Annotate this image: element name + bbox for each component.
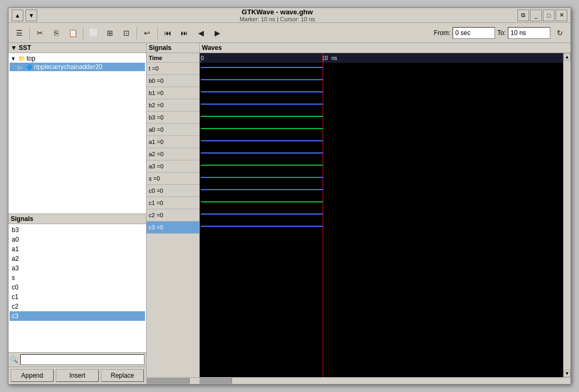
from-input[interactable] (453, 27, 495, 39)
select-all-btn[interactable]: ⬜ (86, 25, 101, 40)
time-range: From: To: ↻ (434, 25, 567, 40)
sst-section: ▼ SST ▼ 📁 top ▷ 🔷 ripplecarrychainadder2… (8, 43, 146, 214)
signals-scrollbar-thumb[interactable] (147, 378, 190, 384)
append-button[interactable]: Append (11, 369, 54, 382)
waves-scrollbar[interactable] (200, 378, 563, 384)
paste-btn[interactable]: 📋 (65, 25, 80, 40)
sep3 (137, 27, 137, 39)
tree-label-ripple: ripplecarrychainadder20 (34, 63, 103, 71)
waves-scrollbar-thumb[interactable] (200, 378, 232, 384)
signal-b3[interactable]: b3 (10, 225, 145, 235)
title-bar-center: GTKWave - wave.ghw Marker: 10 ns | Curso… (37, 8, 517, 22)
fast-forward-btn[interactable]: ⏭ (177, 25, 192, 40)
signal-a1[interactable]: a1 (10, 244, 145, 254)
copy-btn[interactable]: ⎘ (49, 25, 64, 40)
tree-item-ripple[interactable]: ▷ 🔷 ripplecarrychainadder20 (10, 63, 145, 71)
sep1 (29, 27, 30, 39)
sig-row-t[interactable]: t =0 (147, 63, 199, 75)
sst-header: ▼ SST (8, 43, 146, 53)
signal-a2[interactable]: a2 (10, 254, 145, 263)
signal-a3[interactable]: a3 (10, 263, 145, 273)
sig-row-b0[interactable]: b0 =0 (147, 75, 199, 87)
from-label: From: (434, 29, 450, 37)
title-bar-left: ▲ ▼ (12, 10, 37, 21)
window-title: GTKWave - wave.ghw (242, 8, 313, 16)
rewind-btn[interactable]: ⏮ (160, 25, 175, 40)
minimize-btn[interactable]: _ (530, 10, 542, 21)
signal-a0[interactable]: a0 (10, 235, 145, 244)
sst-tree[interactable]: ▼ 📁 top ▷ 🔷 ripplecarrychainadder20 (8, 53, 146, 214)
select-zoom-btn[interactable]: ⊡ (119, 25, 134, 40)
sig-row-a0[interactable]: a0 =0 (147, 124, 199, 136)
maximize-btn[interactable]: □ (543, 10, 555, 21)
scroll-track[interactable] (564, 61, 571, 370)
main-area: ▼ SST ▼ 📁 top ▷ 🔷 ripplecarrychainadder2… (8, 43, 571, 384)
waveform-svg: 0 10 ns (200, 53, 563, 377)
svg-text:0: 0 (201, 55, 204, 61)
sig-row-b1[interactable]: b1 =0 (147, 87, 199, 99)
cut-btn[interactable]: ✂ (32, 25, 47, 40)
signals-col-header: Signals (147, 43, 200, 53)
waves-body: Time t =0 b0 =0 b1 =0 b2 =0 b3 =0 a0 =0 … (147, 53, 571, 377)
sst-label: SST (19, 44, 31, 52)
signal-c0[interactable]: c0 (10, 283, 145, 292)
to-input[interactable] (508, 27, 550, 39)
scroll-down-btn[interactable]: ▼ (564, 370, 571, 377)
sig-row-a1[interactable]: a1 =0 (147, 136, 199, 148)
toolbar: ☰ ✂ ⎘ 📋 ⬜ ⊞ ⊡ ↩ ⏮ ⏭ ◀ ▶ From: To: ↻ (8, 23, 571, 43)
module-icon: 🔷 (25, 64, 33, 71)
waves-col-header: Waves (200, 43, 571, 53)
sig-row-c1[interactable]: c1 =0 (147, 197, 199, 209)
search-input[interactable] (20, 354, 144, 365)
waves-canvas[interactable]: 0 10 ns (200, 53, 563, 377)
signal-c2[interactable]: c2 (10, 302, 145, 311)
signal-c1[interactable]: c1 (10, 292, 145, 302)
time-signals-column: Time t =0 b0 =0 b1 =0 b2 =0 b3 =0 a0 =0 … (147, 53, 200, 377)
signals-scrollbar[interactable] (147, 378, 200, 384)
signal-c3[interactable]: c3 (10, 311, 145, 321)
prev-btn[interactable]: ◀ (193, 25, 208, 40)
sst-collapse-arrow[interactable]: ▼ (11, 44, 17, 52)
menu-btn[interactable]: ☰ (12, 25, 27, 40)
restore-btn[interactable]: ⧉ (517, 10, 529, 21)
action-buttons: Append Insert Replace (8, 367, 146, 384)
signal-s[interactable]: s (10, 273, 145, 283)
undo-btn[interactable]: ↩ (140, 25, 155, 40)
main-window: ▲ ▼ GTKWave - wave.ghw Marker: 10 ns | C… (8, 7, 571, 385)
replace-button[interactable]: Replace (101, 369, 144, 382)
svg-rect-6 (200, 63, 563, 377)
signals-list[interactable]: b3 a0 a1 a2 a3 s c0 c1 c2 c3 (8, 224, 146, 352)
time-header-row: Time (147, 53, 199, 63)
title-bar-right: ⧉ _ □ ✕ (517, 10, 567, 21)
sig-row-a3[interactable]: a3 =0 (147, 160, 199, 173)
sig-row-c2[interactable]: c2 =0 (147, 209, 199, 221)
search-bar: 🔍 (8, 352, 146, 367)
insert-button[interactable]: Insert (56, 369, 99, 382)
search-icon: 🔍 (10, 356, 18, 363)
tree-arrow-ripple: ▷ (18, 64, 24, 70)
sig-row-c0[interactable]: c0 =0 (147, 185, 199, 197)
tree-item-top[interactable]: ▼ 📁 top (10, 54, 145, 63)
scroll-up-btn[interactable]: ▲ (564, 53, 571, 61)
sig-row-b2[interactable]: b2 =0 (147, 99, 199, 112)
svg-rect-0 (200, 53, 563, 63)
left-panel: ▼ SST ▼ 📁 top ▷ 🔷 ripplecarrychainadder2… (8, 43, 147, 384)
svg-text:ns: ns (331, 55, 337, 61)
right-panel: Signals Waves Time t =0 b0 =0 b1 =0 b2 =… (147, 43, 571, 384)
up-arrow-btn[interactable]: ▲ (12, 10, 23, 21)
close-btn[interactable]: ✕ (556, 10, 567, 21)
next-btn[interactable]: ▶ (210, 25, 225, 40)
bottom-scrollbar-row (147, 377, 571, 384)
sig-row-b3[interactable]: b3 =0 (147, 112, 199, 124)
refresh-btn[interactable]: ↻ (552, 25, 567, 40)
sig-row-c3[interactable]: c3 =0 (147, 221, 199, 234)
sig-row-a2[interactable]: a2 =0 (147, 148, 199, 160)
tree-arrow-top: ▼ (11, 56, 17, 62)
down-arrow-btn[interactable]: ▼ (25, 10, 37, 21)
select-rect-btn[interactable]: ⊞ (103, 25, 117, 40)
signals-header: Signals (8, 214, 146, 224)
to-label: To: (497, 29, 506, 37)
tree-label-top: top (27, 55, 36, 62)
sig-row-s[interactable]: s =0 (147, 173, 199, 185)
right-scrollbar[interactable]: ▲ ▼ (563, 53, 571, 377)
